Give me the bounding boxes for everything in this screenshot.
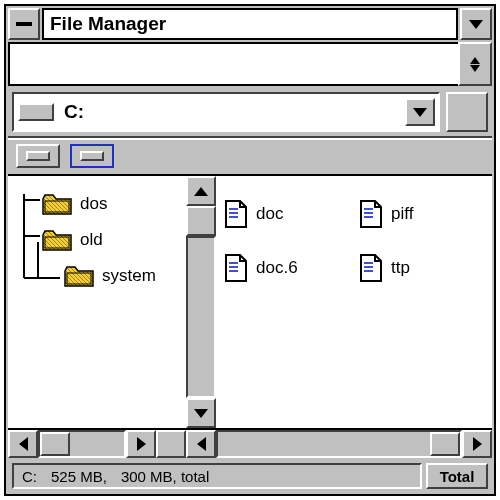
window-title: File Manager: [42, 8, 458, 40]
view-toolbar: [8, 136, 492, 174]
file-item[interactable]: ttp: [359, 244, 484, 292]
status-free: 300 MB, total: [121, 468, 209, 485]
arrow-down-icon: [469, 20, 483, 29]
arrow-right-icon: [137, 437, 146, 451]
tree-item-label: dos: [80, 194, 107, 214]
maximize-spinner-button[interactable]: [458, 42, 492, 86]
rect-icon: [80, 151, 104, 161]
arrow-right-icon: [473, 437, 482, 451]
dash-icon: [16, 22, 32, 26]
tree-pane: dos old system: [8, 176, 186, 428]
tree-item[interactable]: system: [64, 258, 180, 294]
arrow-left-icon: [19, 437, 28, 451]
scroll-thumb[interactable]: [40, 432, 70, 456]
file-name: piff: [391, 204, 413, 224]
arrow-down-icon: [470, 65, 480, 72]
window: File Manager C:: [4, 4, 496, 496]
svg-rect-3: [67, 273, 91, 284]
view-mode-1-button[interactable]: [16, 144, 60, 168]
drive-row: C:: [8, 92, 492, 132]
svg-rect-1: [45, 201, 69, 212]
drive-label: C:: [64, 101, 84, 123]
file-icon: [359, 253, 383, 283]
system-menu-button[interactable]: [8, 8, 40, 40]
status-drive: C:: [22, 468, 37, 485]
files-pane: doc piff doc.6 ttp: [216, 176, 492, 428]
scroll-left-button[interactable]: [186, 430, 216, 458]
view-mode-2-button[interactable]: [70, 144, 114, 168]
scroll-up-button[interactable]: [186, 176, 216, 206]
file-icon: [224, 253, 248, 283]
file-item[interactable]: piff: [359, 190, 484, 238]
file-name: doc.6: [256, 258, 298, 278]
scroll-thumb[interactable]: [186, 206, 216, 236]
drive-selector[interactable]: C:: [12, 92, 440, 132]
titlebar: File Manager: [8, 8, 492, 40]
file-name: doc: [256, 204, 283, 224]
total-button[interactable]: Total: [426, 463, 488, 489]
drive-aux-button[interactable]: [446, 92, 488, 132]
folder-icon: [64, 265, 94, 287]
minimize-button[interactable]: [460, 8, 492, 40]
folder-icon: [42, 193, 72, 215]
horizontal-scrollbars: [8, 428, 492, 458]
pane-resizer[interactable]: [156, 430, 186, 458]
arrow-up-icon: [194, 187, 208, 196]
scroll-right-button[interactable]: [462, 430, 492, 458]
drive-icon: [18, 103, 54, 121]
status-bar: C: 525 MB, 300 MB, total Total: [8, 460, 492, 492]
file-icon: [224, 199, 248, 229]
main-area: dos old system doc: [8, 174, 492, 428]
tree-scrollbar[interactable]: [186, 176, 216, 428]
file-item[interactable]: doc: [224, 190, 349, 238]
status-size: 525 MB,: [51, 468, 107, 485]
scroll-track[interactable]: [38, 430, 126, 458]
folder-tree[interactable]: dos old system: [8, 176, 186, 428]
rect-icon: [26, 151, 50, 161]
scroll-thumb[interactable]: [430, 432, 460, 456]
arrow-up-icon: [470, 57, 480, 64]
scroll-track[interactable]: [216, 430, 462, 458]
file-item[interactable]: doc.6: [224, 244, 349, 292]
scroll-track[interactable]: [186, 236, 216, 398]
scroll-left-button[interactable]: [8, 430, 38, 458]
scroll-down-button[interactable]: [186, 398, 216, 428]
arrow-down-icon: [194, 409, 208, 418]
drive-dropdown-button[interactable]: [405, 98, 435, 126]
arrow-down-icon: [413, 108, 427, 117]
svg-rect-2: [45, 237, 69, 248]
scroll-right-button[interactable]: [126, 430, 156, 458]
folder-icon: [42, 229, 72, 251]
tree-item-label: system: [102, 266, 156, 286]
status-info: C: 525 MB, 300 MB, total: [12, 463, 422, 489]
file-name: ttp: [391, 258, 410, 278]
arrow-left-icon: [197, 437, 206, 451]
menu-bar: [8, 42, 492, 86]
tree-item-label: old: [80, 230, 103, 250]
file-icon: [359, 199, 383, 229]
file-list[interactable]: doc piff doc.6 ttp: [216, 176, 492, 428]
